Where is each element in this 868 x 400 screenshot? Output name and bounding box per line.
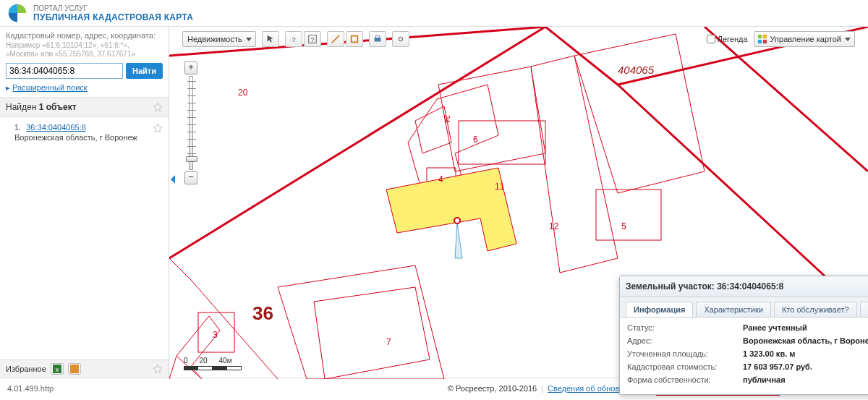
result-item[interactable]: 1. 36:34:0404065:8 Воронежская область, … <box>0 117 169 148</box>
popup-tabs: Информация Характеристики Кто обслуживае… <box>620 297 868 317</box>
zoom-slider-handle[interactable] <box>186 156 197 162</box>
svg-rect-8 <box>375 36 379 38</box>
link-icon[interactable] <box>392 31 409 47</box>
advanced-search-link[interactable]: Расширенный поиск <box>12 83 88 92</box>
favorite-star-icon[interactable] <box>153 102 163 112</box>
layer-select[interactable]: Недвижимость <box>182 31 256 47</box>
results-list: 1. 36:34:0404065:8 Воронежская область, … <box>0 117 169 359</box>
results-header: Найден 1 объект <box>0 98 169 117</box>
map-canvas[interactable]: Недвижимость ? ? <box>169 27 868 378</box>
selected-parcel-marker-icon <box>454 217 461 224</box>
popup-body[interactable]: Статус:Ранее учтенный Адрес:Воронежская … <box>620 317 868 394</box>
map-management-select[interactable]: Управление картой <box>754 31 855 47</box>
scale-labels: 02040м <box>184 357 232 365</box>
svg-rect-11 <box>757 40 761 43</box>
favorites-bar: Избранное x <box>0 359 169 378</box>
parcel-info-popup: Земельный участок: 36:34:0404065:8 × Инф… <box>619 276 868 395</box>
svg-text:404065: 404065 <box>618 64 655 76</box>
tab-info[interactable]: Информация <box>626 302 693 317</box>
legend-checkbox[interactable]: Легенда <box>707 35 748 43</box>
sidebar-collapse-handle[interactable] <box>169 166 176 192</box>
svg-text:12: 12 <box>549 221 559 231</box>
svg-text:24: 24 <box>443 115 451 124</box>
copyright-label: © Росреестр, 2010-2016 <box>448 384 537 393</box>
measure-line-icon[interactable] <box>327 31 344 47</box>
scale-bar <box>184 366 242 370</box>
help-icon[interactable]: ? <box>304 31 321 47</box>
result-cadastral-link[interactable]: 36:34:0404065:8 <box>26 123 86 132</box>
svg-text:11: 11 <box>495 182 505 192</box>
svg-text:?: ? <box>292 35 295 43</box>
favorite-star-icon[interactable] <box>153 364 163 374</box>
svg-text:7: 7 <box>386 337 391 347</box>
zoom-out-button[interactable]: − <box>184 171 197 184</box>
svg-text:4: 4 <box>438 174 443 184</box>
svg-rect-10 <box>762 35 766 38</box>
svg-text:3: 3 <box>213 330 218 340</box>
favorite-star-icon[interactable] <box>153 123 163 133</box>
zoom-in-button[interactable]: + <box>184 61 197 75</box>
tab-characteristics[interactable]: Характеристики <box>696 302 771 317</box>
rosreestr-logo-icon <box>7 3 27 23</box>
layers-icon <box>757 34 767 44</box>
pointer-tool-icon[interactable] <box>262 31 279 47</box>
favorites-label: Избранное <box>6 365 46 373</box>
print-icon[interactable] <box>369 31 386 47</box>
zoom-control[interactable]: + − <box>184 61 198 184</box>
help-query-icon[interactable]: ? <box>285 31 302 47</box>
zoom-slider-track[interactable] <box>189 76 193 170</box>
svg-rect-9 <box>757 35 761 38</box>
export-csv-icon[interactable] <box>68 363 81 375</box>
sidebar: Кадастровый номер, адрес, координата: На… <box>0 27 169 378</box>
svg-rect-12 <box>762 40 766 43</box>
svg-text:?: ? <box>310 36 314 43</box>
find-button[interactable]: Найти <box>126 63 163 79</box>
version-label: 4.01.499.http <box>7 384 54 393</box>
svg-text:36: 36 <box>252 302 273 324</box>
svg-text:x: x <box>56 366 59 373</box>
tab-who-serves[interactable]: Кто обслуживает? <box>774 302 857 317</box>
svg-rect-15 <box>459 121 545 164</box>
search-input[interactable] <box>6 63 123 79</box>
popup-title: Земельный участок: 36:34:0404065:8 <box>626 281 783 292</box>
result-address: Воронежская область, г Воронеж <box>14 133 137 142</box>
app-header: ПОРТАЛ УСЛУГ ПУБЛИЧНАЯ КАДАСТРОВАЯ КАРТА <box>0 0 868 26</box>
search-title: Кадастровый номер, адрес, координата: <box>6 31 163 40</box>
svg-rect-2 <box>70 365 79 373</box>
search-hint: Например «61:6:10104:12», «61:6:*», «Мос… <box>6 41 163 59</box>
export-excel-icon[interactable]: x <box>51 363 64 375</box>
svg-rect-16 <box>596 190 661 240</box>
portal-title: ПУБЛИЧНАЯ КАДАСТРОВАЯ КАРТА <box>33 13 193 22</box>
svg-rect-6 <box>351 36 357 43</box>
parcel-label: 20 <box>238 88 248 98</box>
tab-services[interactable]: Услуги <box>860 302 868 317</box>
svg-text:5: 5 <box>621 221 626 231</box>
svg-text:6: 6 <box>473 135 478 145</box>
svg-rect-7 <box>374 38 380 41</box>
map-toolbar: Недвижимость ? ? <box>182 31 855 47</box>
measure-area-icon[interactable] <box>346 31 363 47</box>
